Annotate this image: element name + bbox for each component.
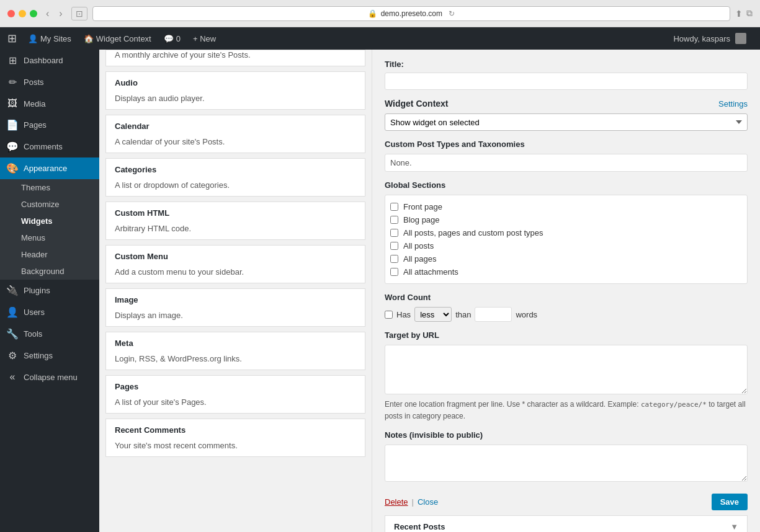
comments-menu[interactable]: 💬 0 xyxy=(158,27,187,50)
title-label: Title: xyxy=(385,60,748,69)
widget-item-custom-html[interactable]: Custom HTML Arbitrary HTML code. xyxy=(105,202,365,240)
widget-desc-meta: Login, RSS, & WordPress.org links. xyxy=(106,354,365,370)
sidebar-item-widgets[interactable]: Widgets xyxy=(0,213,99,229)
forward-button[interactable]: › xyxy=(55,7,66,20)
traffic-lights xyxy=(7,10,37,17)
notes-label: Notes (invisible to public) xyxy=(385,430,748,440)
lock-icon: 🔒 xyxy=(368,9,377,18)
word-count-group: Word Count Has less more than words xyxy=(385,293,748,322)
share-button[interactable]: ⬆ xyxy=(735,8,743,19)
sidebar-item-settings[interactable]: ⚙ Settings xyxy=(0,345,99,366)
fullscreen-window-button[interactable] xyxy=(30,10,37,17)
sidebar-label-posts: Posts xyxy=(24,78,44,87)
delete-close-links: Delete | Close xyxy=(385,497,438,507)
checkbox-all-posts-label[interactable]: All posts xyxy=(403,241,434,250)
user-menu[interactable]: Howdy, kaspars xyxy=(667,27,753,50)
sidebar-item-header[interactable]: Header xyxy=(0,246,99,263)
sidebar-item-dashboard[interactable]: ⊞ Dashboard xyxy=(0,50,99,71)
sites-icon: 👤 xyxy=(28,34,38,43)
title-input[interactable] xyxy=(385,73,748,90)
minimize-window-button[interactable] xyxy=(19,10,26,17)
browser-chrome: ‹ › ⊡ 🔒 demo.preseto.com ↻ ⬆ ⧉ xyxy=(0,0,760,27)
appearance-submenu: Themes Customize Widgets Menus Header Ba… xyxy=(0,179,99,280)
sidebar-item-tools[interactable]: 🔧 Tools xyxy=(0,323,99,345)
sidebar-item-background[interactable]: Background xyxy=(0,263,99,280)
sidebar-label-dashboard: Dashboard xyxy=(24,56,63,65)
sidebar-label-settings: Settings xyxy=(24,351,53,360)
widget-item-recent-comments[interactable]: Recent Comments Your site's most recent … xyxy=(105,419,365,457)
sidebar-item-comments[interactable]: 💬 Comments xyxy=(0,136,99,157)
add-tab-button[interactable]: ⧉ xyxy=(746,8,753,19)
sidebar-label-comments: Comments xyxy=(24,142,63,151)
wp-logo-icon[interactable]: ⊞ xyxy=(7,32,17,45)
widget-item-audio[interactable]: Audio Displays an audio player. xyxy=(105,71,365,110)
sidebar-item-pages[interactable]: 📄 Pages xyxy=(0,114,99,136)
sidebar-item-menus[interactable]: Menus xyxy=(0,229,99,246)
widget-header-calendar: Calendar xyxy=(106,115,365,137)
target-url-textarea[interactable] xyxy=(385,345,748,394)
custom-post-types-group: Custom Post Types and Taxonomies None. xyxy=(385,140,748,172)
close-window-button[interactable] xyxy=(7,10,15,17)
close-link[interactable]: Close xyxy=(418,497,438,507)
new-content-menu[interactable]: + New xyxy=(187,27,222,50)
word-count-checkbox[interactable] xyxy=(385,311,393,319)
widget-recent-posts[interactable]: Recent Posts ▼ xyxy=(385,515,748,533)
widget-item-custom-menu[interactable]: Custom Menu Add a custom menu to your si… xyxy=(105,245,365,283)
checkbox-all-pages-label[interactable]: All pages xyxy=(403,254,436,264)
checkbox-all-posts-pages: All posts, pages and custom post types xyxy=(390,226,742,239)
checkbox-blog-page-label[interactable]: Blog page xyxy=(403,215,440,224)
widget-item-categories[interactable]: Categories A list or dropdown of categor… xyxy=(105,158,365,197)
back-button[interactable]: ‹ xyxy=(42,7,53,20)
sidebar-label-plugins: Plugins xyxy=(24,286,50,295)
widget-item-archives[interactable]: A monthly archive of your site's Posts. xyxy=(105,50,365,66)
checkbox-all-pages: All pages xyxy=(390,252,742,265)
checkbox-front-page-input[interactable] xyxy=(390,203,398,211)
checkbox-all-posts-input[interactable] xyxy=(390,242,398,250)
avatar xyxy=(735,33,746,44)
widget-item-pages[interactable]: Pages A list of your site's Pages. xyxy=(105,375,365,414)
widget-header-categories: Categories xyxy=(106,159,365,180)
chevron-down-icon: ▼ xyxy=(730,522,738,531)
global-sections-group: Global Sections Front page Blog page All… xyxy=(385,180,748,284)
address-bar[interactable]: 🔒 demo.preseto.com ↻ xyxy=(92,6,730,21)
delete-link[interactable]: Delete xyxy=(385,497,408,507)
widget-context-menu[interactable]: 🏠 Widget Context xyxy=(78,27,158,50)
widget-list-panel: A monthly archive of your site's Posts. … xyxy=(99,50,372,532)
checkbox-all-attachments-input[interactable] xyxy=(390,268,398,276)
word-count-comparator-select[interactable]: less more xyxy=(414,307,452,322)
settings-link[interactable]: Settings xyxy=(718,99,748,109)
notes-textarea[interactable] xyxy=(385,445,748,482)
browser-actions: ⬆ ⧉ xyxy=(735,8,753,19)
reading-mode-button[interactable]: ⊡ xyxy=(71,7,87,20)
checkbox-all-attachments-label[interactable]: All attachments xyxy=(403,267,458,277)
sidebar-item-themes[interactable]: Themes xyxy=(0,179,99,196)
checkbox-all-posts-pages-input[interactable] xyxy=(390,229,398,237)
sidebar-item-users[interactable]: 👤 Users xyxy=(0,301,99,323)
sidebar-item-customize[interactable]: Customize xyxy=(0,196,99,213)
checkbox-all-posts-pages-label[interactable]: All posts, pages and custom post types xyxy=(403,228,543,237)
action-row: Delete | Close Save xyxy=(385,494,748,510)
sidebar-item-posts[interactable]: ✏ Posts xyxy=(0,71,99,93)
word-count-row: Has less more than words xyxy=(385,307,748,322)
global-sections-list: Front page Blog page All posts, pages an… xyxy=(385,195,748,284)
word-count-value-input[interactable] xyxy=(475,307,512,322)
plugins-icon: 🔌 xyxy=(6,285,19,296)
word-count-has-label[interactable]: Has xyxy=(396,310,411,319)
widget-item-image[interactable]: Image Displays an image. xyxy=(105,288,365,327)
save-button[interactable]: Save xyxy=(712,494,748,510)
show-widget-select[interactable]: Show widget on selected Hide widget on s… xyxy=(385,113,748,131)
checkbox-all-pages-input[interactable] xyxy=(390,255,398,263)
widget-item-calendar[interactable]: Calendar A calendar of your site's Posts… xyxy=(105,115,365,153)
checkbox-blog-page-input[interactable] xyxy=(390,216,398,224)
sidebar-item-media[interactable]: 🖼 Media xyxy=(0,93,99,114)
widget-item-meta[interactable]: Meta Login, RSS, & WordPress.org links. xyxy=(105,332,365,370)
reload-icon[interactable]: ↻ xyxy=(449,9,455,18)
checkbox-front-page-label[interactable]: Front page xyxy=(403,202,442,211)
sidebar-item-collapse[interactable]: « Collapse menu xyxy=(0,366,99,388)
my-sites-menu[interactable]: 👤 My Sites xyxy=(22,27,78,50)
widget-desc-categories: A list or dropdown of categories. xyxy=(106,180,365,196)
widget-context-title: Widget Context xyxy=(385,99,449,109)
sidebar-item-plugins[interactable]: 🔌 Plugins xyxy=(0,280,99,301)
widget-desc-recent-comments: Your site's most recent comments. xyxy=(106,441,365,456)
sidebar-item-appearance[interactable]: 🎨 Appearance xyxy=(0,157,99,179)
